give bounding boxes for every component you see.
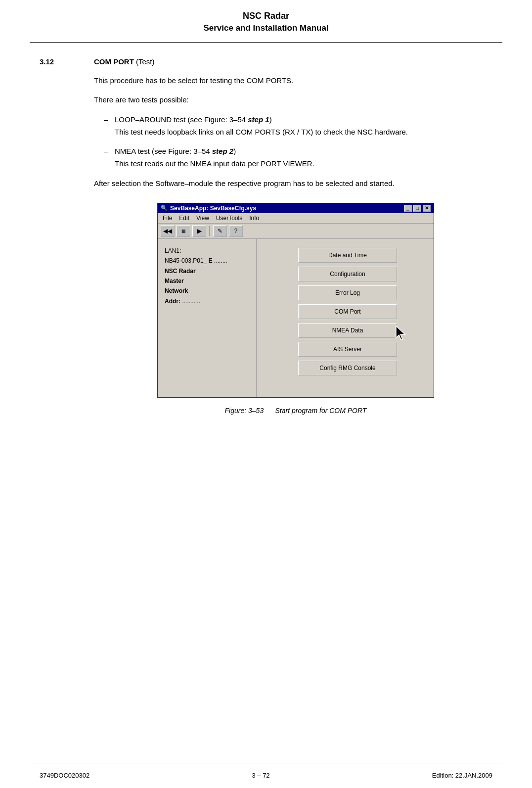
section-title-bold: COM PORT	[94, 57, 134, 66]
figure-caption-text: Start program for COM PORT	[275, 407, 367, 415]
menu-file[interactable]: File	[160, 214, 175, 222]
app-toolbar: ◀◀ ▦ ▶ ✎ ?	[158, 224, 434, 239]
footer: 3749DOC020302 3 – 72 Edition: 22.JAN.200…	[0, 772, 532, 779]
info-master: Master	[165, 276, 251, 286]
btn-com-port[interactable]: COM Port	[298, 304, 397, 319]
btn-ais-server[interactable]: AIS Server	[298, 342, 397, 357]
toolbar-edit-button[interactable]: ✎	[213, 225, 227, 237]
figure-label: Figure: 3–53	[225, 407, 264, 415]
info-nb45: NB45-003.P01_ E ........	[165, 256, 251, 266]
header: NSC Radar Service and Installation Manua…	[0, 0, 532, 33]
info-addr: Addr: ...........	[165, 296, 251, 306]
figure-caption-sep	[266, 407, 273, 415]
section-title-rest: (Test)	[134, 57, 155, 66]
body-para3: After selection the Software–module the …	[94, 178, 492, 189]
toolbar-help-button[interactable]: ?	[229, 225, 243, 237]
toolbar-forward-button[interactable]: ▶	[192, 225, 206, 237]
bullet1-sub: This test needs loopback links on all CO…	[115, 126, 492, 138]
bullet1-dash: –	[104, 114, 115, 125]
info-lan1: LAN1:	[165, 246, 251, 256]
bullet-item-2: – NMEA test (see Figure: 3–54 step 2) Th…	[104, 145, 492, 170]
close-button[interactable]: ✕	[423, 205, 431, 212]
toolbar-grid-button[interactable]: ▦	[177, 225, 190, 237]
maximize-button[interactable]: □	[413, 205, 421, 212]
content: 3.12 COM PORT (Test) This procedure has …	[0, 43, 532, 454]
button-panel: Date and Time Configuration Error Log CO…	[257, 239, 434, 397]
info-nsc-radar: NSC Radar	[165, 266, 251, 276]
info-addr-dots: ...........	[182, 298, 200, 305]
figure-container: 🔍 SevBaseApp: SevBaseCfg.sys _ □ ✕ File …	[138, 203, 453, 415]
titlebar-text: SevBaseApp: SevBaseCfg.sys	[170, 205, 256, 212]
bullet2-content: NMEA test (see Figure: 3–54 step 2)	[115, 145, 492, 157]
section-number: 3.12	[40, 57, 94, 66]
btn-error-log[interactable]: Error Log	[298, 285, 397, 300]
body-para1: This procedure has to be select for test…	[94, 75, 492, 86]
bottom-rule	[30, 763, 502, 763]
bullet-list: – LOOP–AROUND test (see Figure: 3–54 ste…	[104, 114, 492, 170]
figure-caption: Figure: 3–53 Start program for COM PORT	[225, 407, 367, 415]
body-para2: There are two tests possible:	[94, 94, 492, 105]
page: NSC Radar Service and Installation Manua…	[0, 0, 532, 788]
header-title: NSC Radar	[40, 11, 492, 21]
bullet1-step: step 1	[248, 115, 269, 124]
titlebar-icon: 🔍	[161, 205, 168, 211]
bullet2-sub: This test reads out the NMEA input data …	[115, 158, 492, 169]
menu-usertools[interactable]: UserTools	[213, 214, 245, 222]
info-panel: LAN1: NB45-003.P01_ E ........ NSC Radar…	[158, 239, 257, 397]
menu-view[interactable]: View	[193, 214, 212, 222]
minimize-button[interactable]: _	[404, 205, 412, 212]
app-menubar: File Edit View UserTools Info	[158, 213, 434, 224]
svg-marker-0	[396, 326, 405, 340]
btn-nmea-data[interactable]: NMEA Data	[298, 323, 397, 338]
toolbar-separator	[209, 226, 210, 236]
footer-right: Edition: 22.JAN.2009	[432, 772, 492, 779]
bullet2-step: step 2	[212, 147, 233, 155]
btn-date-time[interactable]: Date and Time	[298, 248, 397, 263]
btn-configuration[interactable]: Configuration	[298, 267, 397, 281]
footer-center: 3 – 72	[252, 772, 269, 779]
section-heading: 3.12 COM PORT (Test)	[40, 57, 492, 66]
toolbar-back-button[interactable]: ◀◀	[161, 225, 175, 237]
info-network: Network	[165, 286, 251, 296]
app-titlebar: 🔍 SevBaseApp: SevBaseCfg.sys _ □ ✕	[158, 203, 434, 213]
bullet2-dash: –	[104, 145, 115, 157]
section-title: COM PORT (Test)	[94, 57, 155, 66]
app-body: LAN1: NB45-003.P01_ E ........ NSC Radar…	[158, 239, 434, 397]
footer-left: 3749DOC020302	[40, 772, 89, 779]
menu-edit[interactable]: Edit	[176, 214, 192, 222]
bullet-item-1: – LOOP–AROUND test (see Figure: 3–54 ste…	[104, 114, 492, 138]
btn-config-rmg-console[interactable]: Config RMG Console	[298, 361, 397, 375]
header-subtitle: Service and Installation Manual	[40, 23, 492, 33]
bullet1-content: LOOP–AROUND test (see Figure: 3–54 step …	[115, 114, 492, 125]
app-window: 🔍 SevBaseApp: SevBaseCfg.sys _ □ ✕ File …	[157, 203, 434, 398]
menu-info[interactable]: Info	[246, 214, 262, 222]
lan-label: LAN1:	[165, 247, 181, 254]
